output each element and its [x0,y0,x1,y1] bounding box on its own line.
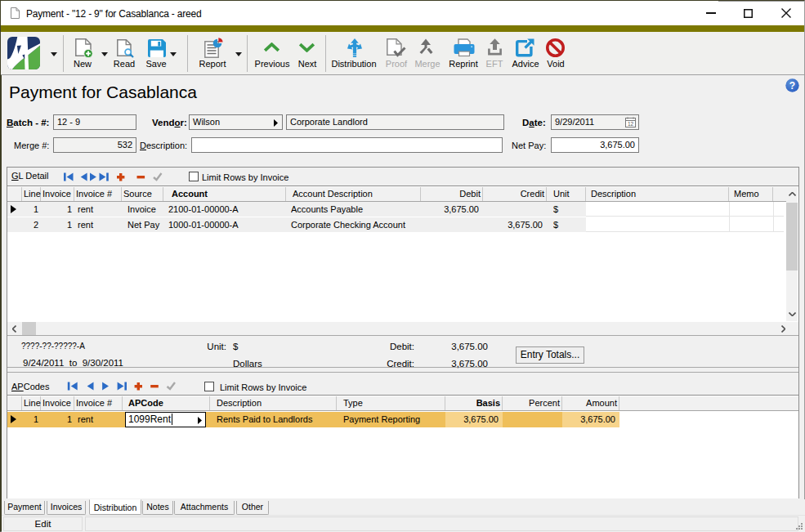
svg-text:12: 12 [628,121,634,127]
svg-text:?: ? [789,80,795,92]
